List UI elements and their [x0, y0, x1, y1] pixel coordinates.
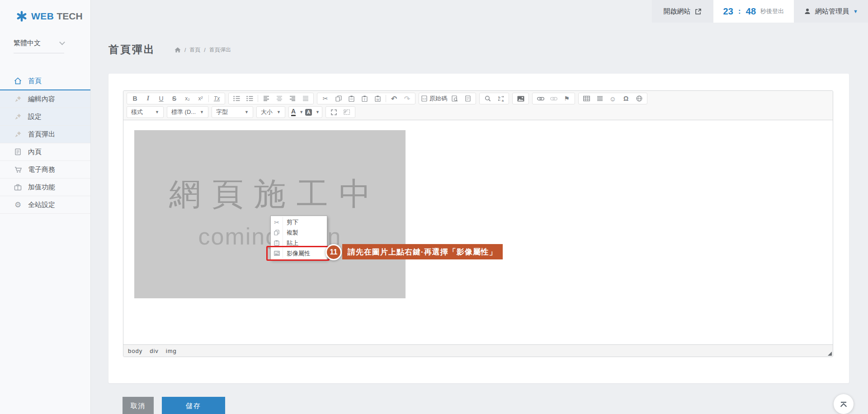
timer-minutes: 23: [723, 6, 733, 17]
align-justify-button[interactable]: [299, 94, 312, 104]
table-button[interactable]: [580, 94, 593, 104]
scroll-to-top-button[interactable]: [834, 394, 854, 414]
caret-down-icon: ▼: [853, 9, 858, 14]
text-color-button[interactable]: ▼: [290, 107, 304, 117]
sidebar-item-site-settings[interactable]: 全站設定: [0, 196, 90, 214]
styles-select[interactable]: 樣式 ▼: [127, 106, 164, 118]
paste-text-button[interactable]: T: [358, 94, 371, 104]
gear-icon: [14, 201, 22, 209]
open-site-button[interactable]: 開啟網站: [652, 0, 713, 23]
caret-down-icon: ▼: [245, 110, 249, 114]
svg-text:a: a: [502, 99, 504, 102]
wysiwyg-editor: T W <> 原始碼: [123, 90, 833, 357]
context-menu-item-image-properties[interactable]: 影像屬性: [271, 248, 327, 259]
sidebar-item-settings[interactable]: 設定: [0, 108, 90, 126]
toolbar-group-clipboard: T W: [317, 93, 415, 104]
maximize-button[interactable]: [327, 107, 340, 117]
sidebar-item-home-popup[interactable]: 首頁彈出: [0, 126, 90, 143]
paste-button[interactable]: [345, 94, 358, 104]
user-icon: [804, 8, 811, 15]
pin-icon: [14, 131, 22, 138]
special-char-button[interactable]: [619, 94, 632, 104]
show-blocks-button[interactable]: [340, 107, 354, 117]
cancel-button[interactable]: 取消: [123, 397, 154, 414]
element-path-div[interactable]: div: [150, 348, 159, 354]
sidebar-item-edit-content[interactable]: 編輯內容: [0, 90, 90, 108]
logout-timer: 23 ： 48 秒後登出: [713, 0, 794, 23]
home-icon: [14, 77, 22, 85]
cut-button[interactable]: [319, 94, 332, 104]
anchor-icon[interactable]: [560, 94, 573, 104]
breadcrumb-link-home[interactable]: 首頁: [189, 46, 200, 54]
editor-content-area[interactable]: 網頁施工中 coming soon 剪下 複製: [123, 120, 833, 344]
context-menu-item-cut[interactable]: 剪下: [271, 217, 327, 227]
sidebar-nav: 首頁 編輯內容 設定 首頁彈出: [0, 72, 90, 214]
strikethrough-button[interactable]: [168, 94, 181, 104]
align-center-button[interactable]: [273, 94, 286, 104]
templates-button[interactable]: [461, 94, 474, 104]
open-site-label: 開啟網站: [664, 7, 691, 16]
smiley-button[interactable]: [606, 94, 619, 104]
italic-button[interactable]: [142, 94, 155, 104]
asterisk-logo-icon: [16, 11, 27, 22]
placeholder-image[interactable]: 網頁施工中 coming soon: [134, 130, 406, 298]
svg-text:b: b: [498, 95, 500, 99]
font-label: 字型: [216, 108, 228, 116]
background-color-button[interactable]: ▼: [304, 107, 321, 117]
sidebar-item-ecommerce[interactable]: 電子商務: [0, 161, 90, 179]
bold-button[interactable]: [128, 94, 142, 104]
unlink-button[interactable]: [547, 94, 560, 104]
font-select[interactable]: 字型 ▼: [212, 106, 253, 118]
sidebar-item-addons[interactable]: 加值功能: [0, 179, 90, 196]
save-button[interactable]: 儲存: [162, 397, 225, 414]
context-menu-item-copy[interactable]: 複製: [271, 227, 327, 238]
timer-seconds: 48: [746, 6, 756, 17]
topbar: 開啟網站 23 ： 48 秒後登出 網站管理員 ▼: [90, 0, 868, 23]
toolbar-row-1: T W <> 原始碼: [127, 93, 830, 104]
placeholder-text-cn: 網頁施工中: [158, 178, 382, 210]
breadcrumb: / 首頁 / 首頁彈出: [175, 46, 231, 54]
bulleted-list-button[interactable]: [243, 94, 256, 104]
copy-button[interactable]: [332, 94, 345, 104]
element-path-img[interactable]: img: [166, 348, 177, 354]
user-menu[interactable]: 網站管理員 ▼: [794, 0, 868, 23]
source-button[interactable]: <> 原始碼: [420, 94, 448, 104]
horizontal-rule-button[interactable]: [593, 94, 606, 104]
breadcrumb-home-icon[interactable]: [175, 47, 181, 53]
preview-button[interactable]: [448, 94, 461, 104]
size-label: 大小: [261, 108, 273, 116]
sidebar-item-home[interactable]: 首頁: [0, 72, 90, 90]
numbered-list-button[interactable]: [230, 94, 243, 104]
sidebar-item-inner-pages[interactable]: 內頁: [0, 143, 90, 161]
element-path-body[interactable]: body: [128, 348, 142, 354]
iframe-globe-button[interactable]: [632, 94, 646, 104]
format-select[interactable]: 標準 (D... ▼: [167, 106, 208, 118]
caret-down-icon: ▼: [316, 110, 320, 114]
toolbar-group-find: ba: [479, 93, 509, 104]
paste-word-button[interactable]: W: [371, 94, 384, 104]
toolbar-group-document: <> 原始碼: [419, 93, 476, 104]
breadcrumb-separator: /: [204, 47, 205, 53]
editor-toolbar: T W <> 原始碼: [123, 91, 833, 120]
replace-button[interactable]: ba: [494, 94, 507, 104]
underline-button[interactable]: [155, 94, 168, 104]
subscript-button[interactable]: [181, 94, 194, 104]
image-button[interactable]: [514, 94, 527, 104]
align-right-button[interactable]: [286, 94, 299, 104]
link-button[interactable]: [534, 94, 547, 104]
find-button[interactable]: [481, 94, 494, 104]
resize-handle[interactable]: [828, 352, 832, 356]
language-selector[interactable]: 繁體中文: [14, 39, 64, 53]
brand-secondary: TECH: [57, 11, 83, 22]
remove-format-button[interactable]: [210, 94, 223, 104]
redo-button[interactable]: [401, 94, 414, 104]
size-select[interactable]: 大小 ▼: [256, 106, 285, 118]
sidebar-item-label: 編輯內容: [28, 95, 55, 104]
svg-text:T: T: [363, 98, 366, 101]
superscript-button[interactable]: [194, 94, 207, 104]
undo-button[interactable]: [387, 94, 401, 104]
source-label: 原始碼: [429, 94, 447, 103]
context-menu-item-paste[interactable]: 貼上: [271, 238, 327, 248]
align-left-button[interactable]: [259, 94, 273, 104]
sidebar-item-label: 電子商務: [28, 165, 55, 174]
